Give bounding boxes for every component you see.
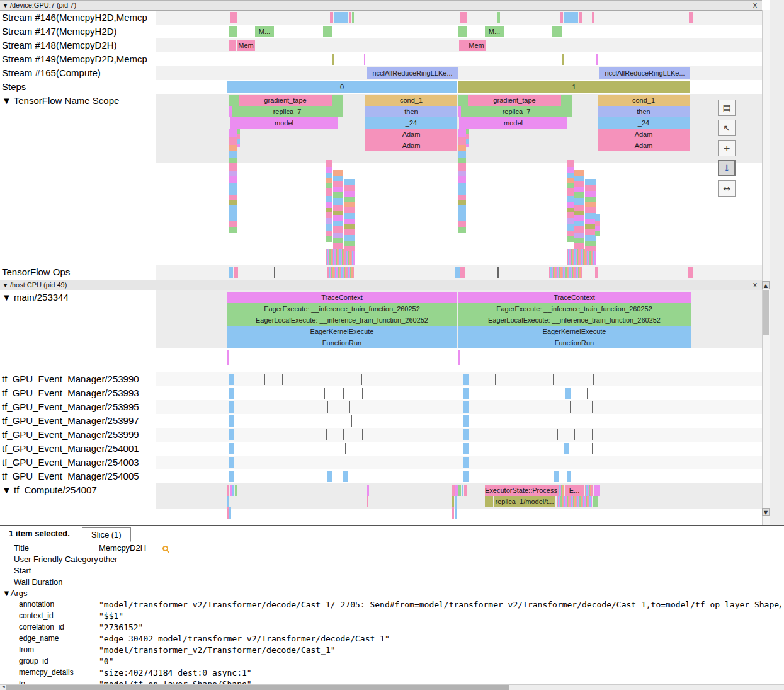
trace-slice[interactable]: ExecutorState::Process xyxy=(485,485,557,496)
trace-slice-small[interactable] xyxy=(567,196,574,202)
trace-slice-small[interactable] xyxy=(466,134,469,139)
trace-slice-small[interactable] xyxy=(327,471,332,482)
trace-slice-small[interactable] xyxy=(495,374,496,385)
trace-slice[interactable]: EagerLocalExecute: __inference_train_fun… xyxy=(227,314,457,326)
trace-slice-small[interactable] xyxy=(585,219,596,224)
trace-slice-small[interactable] xyxy=(466,139,469,144)
trace-slice-small[interactable] xyxy=(344,235,355,241)
trace-slice-small[interactable] xyxy=(585,241,596,246)
trace-slice[interactable]: _24 xyxy=(598,117,690,129)
trace-slice-small[interactable] xyxy=(274,267,275,278)
trace-slice-small[interactable] xyxy=(574,238,584,243)
trace-slice-small[interactable] xyxy=(458,137,466,145)
trace-slice-small[interactable] xyxy=(338,374,338,385)
trace-slice-small[interactable] xyxy=(458,151,466,158)
trace-slice-small[interactable] xyxy=(595,267,598,278)
trace-slice[interactable]: Adam xyxy=(365,129,457,140)
trace-slice[interactable]: cond_1 xyxy=(365,95,457,106)
trace-slice-small[interactable] xyxy=(344,213,355,219)
trace-slice[interactable]: M... xyxy=(255,26,274,37)
trace-slice[interactable]: M... xyxy=(485,26,504,37)
trace-slice-small[interactable] xyxy=(237,144,240,147)
trace-slice-small[interactable] xyxy=(343,388,344,399)
trace-slice-small[interactable] xyxy=(229,151,237,158)
trace-slice-small[interactable] xyxy=(459,40,467,51)
trace-slice-small[interactable] xyxy=(230,12,237,23)
trace-slice-small[interactable] xyxy=(595,214,600,221)
select-tool-icon[interactable]: ↖ xyxy=(718,120,736,136)
magnifier-icon[interactable] xyxy=(162,546,168,551)
trace-slice-small[interactable] xyxy=(595,226,600,231)
trace-slice-small[interactable] xyxy=(466,129,469,134)
trace-slice-small[interactable] xyxy=(334,12,348,23)
trace-slice-small[interactable] xyxy=(333,187,343,192)
trace-slice-small[interactable] xyxy=(229,374,234,385)
trace-slice-small[interactable] xyxy=(458,129,466,137)
trace-slice-small[interactable] xyxy=(574,215,584,221)
trace-slice-small[interactable] xyxy=(333,226,343,233)
trace-slice-small[interactable] xyxy=(585,246,596,251)
trace-slice-small[interactable] xyxy=(333,205,343,211)
trace-slice-small[interactable] xyxy=(585,213,596,219)
horizontal-scroll-thumb[interactable] xyxy=(6,685,509,690)
trace-slice-small[interactable] xyxy=(229,205,237,221)
trace-slice[interactable]: Adam xyxy=(365,140,457,151)
trace-slice-small[interactable] xyxy=(564,12,578,23)
trace-slice-small[interactable] xyxy=(574,205,584,211)
trace-slice-small[interactable] xyxy=(326,224,332,231)
row-label[interactable]: ▼ tf_Compute/254007 xyxy=(0,483,156,520)
trace-slice-small[interactable] xyxy=(497,12,500,23)
trace-slice-small[interactable] xyxy=(333,238,343,243)
trace-slice[interactable]: Adam xyxy=(598,140,690,151)
trace-slice-small[interactable] xyxy=(593,374,594,385)
trace-slice-small[interactable] xyxy=(557,485,564,496)
trace-slice-small[interactable] xyxy=(344,197,355,202)
trace-slice-small[interactable] xyxy=(229,145,237,151)
trace-slice-small[interactable] xyxy=(344,219,355,224)
trace-slice-small[interactable] xyxy=(455,507,457,519)
trace-slice-small[interactable] xyxy=(227,485,229,496)
trace-slice-small[interactable] xyxy=(229,267,233,278)
trace-slice-small[interactable] xyxy=(331,415,331,427)
trace-slice-small[interactable] xyxy=(333,192,343,198)
trace-slice[interactable]: EagerKernelExecute xyxy=(458,326,691,337)
trace-slice-small[interactable] xyxy=(227,496,229,507)
trace-slice-small[interactable] xyxy=(326,173,332,178)
trace-slice-small[interactable] xyxy=(572,415,572,427)
trace-slice-small[interactable] xyxy=(552,26,562,37)
trace-slice-small[interactable] xyxy=(458,95,468,106)
trace-slice[interactable]: EagerKernelExecute xyxy=(227,326,457,337)
trace-slice-small[interactable] xyxy=(364,54,365,65)
trace-slice-small[interactable] xyxy=(229,227,237,233)
trace-slice-small[interactable] xyxy=(455,267,460,278)
trace-slice-small[interactable] xyxy=(326,178,332,183)
trace-slice-small[interactable] xyxy=(463,443,469,454)
trace-slice-small[interactable] xyxy=(567,183,574,188)
trace-slice-small[interactable] xyxy=(567,167,574,173)
trace-slice-small[interactable] xyxy=(229,388,234,399)
trace-slice-small[interactable] xyxy=(557,429,558,440)
trace-slice-small[interactable] xyxy=(567,212,574,218)
trace-slice-small[interactable] xyxy=(229,129,237,137)
trace-slice[interactable]: _24 xyxy=(365,117,457,129)
trace-slice-small[interactable] xyxy=(327,267,354,278)
trace-slice-small[interactable] xyxy=(326,429,327,440)
trace-slice-small[interactable] xyxy=(353,457,353,468)
trace-slice-small[interactable] xyxy=(237,139,240,144)
trace-slice[interactable]: Adam xyxy=(598,129,690,140)
trace-slice-small[interactable] xyxy=(458,158,466,163)
trace-slice-small[interactable] xyxy=(332,95,343,106)
trace-slice[interactable]: Mem xyxy=(467,40,486,51)
trace-slice-small[interactable] xyxy=(585,207,596,213)
trace-slice-small[interactable] xyxy=(567,178,574,183)
trace-slice-small[interactable] xyxy=(229,471,234,482)
trace-slice-small[interactable] xyxy=(367,496,368,507)
trace-slice-small[interactable] xyxy=(574,429,575,440)
trace-slice[interactable]: 1 xyxy=(458,81,690,93)
trace-slice-small[interactable] xyxy=(593,496,598,507)
trace-slice-small[interactable] xyxy=(333,215,343,221)
collapse-arrow-icon[interactable]: ▼ xyxy=(3,282,8,289)
trace-slice-small[interactable] xyxy=(458,221,466,227)
close-icon[interactable]: x xyxy=(753,280,757,290)
trace-slice-small[interactable] xyxy=(452,496,454,507)
